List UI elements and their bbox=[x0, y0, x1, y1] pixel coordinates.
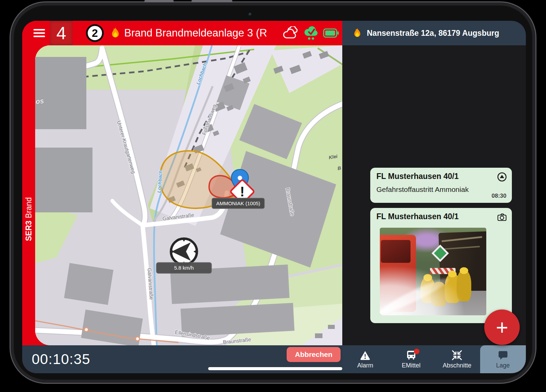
tablet-device-frame: 4 2 Brand Brandmeldeanlage 3 (R bbox=[10, 1, 536, 384]
battery-full-icon bbox=[323, 28, 339, 39]
cancel-button[interactable]: Abbrechen bbox=[287, 347, 341, 362]
badge-count: 2 bbox=[92, 27, 98, 40]
photo-van-window bbox=[381, 240, 411, 263]
message-unit: FL Musterhausen 40/1 bbox=[376, 172, 459, 181]
alarm-title: Brand Brandmeldeanlage 3 (R bbox=[124, 27, 267, 39]
menu-icon[interactable] bbox=[33, 29, 45, 37]
chat-bubble-icon bbox=[498, 350, 508, 361]
tab-alarm[interactable]: Alarm bbox=[342, 345, 388, 373]
map-section: 4 2 Brand Brandmeldeanlage 3 (R bbox=[22, 21, 342, 373]
feed-panel: Nansenstraße 12a, 86179 Augsburg FL Must… bbox=[342, 21, 526, 373]
incident-address: Nansenstraße 12a, 86179 Augsburg bbox=[367, 29, 499, 38]
weather-cloud-icon[interactable] bbox=[282, 26, 299, 40]
wind-speed-label: 5.8 km/h bbox=[174, 265, 194, 271]
message-unit: FL Musterhausen 40/1 bbox=[376, 212, 459, 221]
placard-green-diamond bbox=[434, 247, 446, 259]
collapse-arrows-icon bbox=[451, 350, 462, 361]
volume-button-2 bbox=[191, 0, 232, 2]
camera-icon[interactable] bbox=[497, 212, 507, 222]
map-svg: Unterer-Krautgartenweg Forsthausweg Galv… bbox=[35, 45, 342, 345]
tab-abschnitte[interactable]: Abschnitte bbox=[434, 345, 480, 373]
alarm-kind: Brand bbox=[24, 197, 33, 218]
plus-icon: + bbox=[496, 317, 508, 338]
cloud-sync-ok-icon[interactable] bbox=[304, 26, 318, 41]
front-camera bbox=[248, 13, 252, 16]
unit-code: SER3 bbox=[24, 221, 33, 241]
message-text: Gefahrstoffaustritt Ammoniak bbox=[376, 185, 469, 194]
alarm-count: 4 bbox=[56, 23, 66, 43]
hazard-label-box: AMMONIAK (1005) bbox=[212, 198, 264, 209]
add-entry-fab[interactable]: + bbox=[484, 310, 520, 345]
screenshot-stage: 4 2 Brand Brandmeldeanlage 3 (R bbox=[0, 0, 546, 392]
photo-message-card[interactable]: FL Musterhausen 40/1 bbox=[370, 208, 512, 323]
svg-text:!: ! bbox=[240, 184, 244, 199]
alarm-type-strip: SER3Brand bbox=[22, 45, 35, 345]
map-canvas[interactable]: Unterer-Krautgartenweg Forsthausweg Galv… bbox=[35, 45, 342, 345]
tab-lage[interactable]: Lage bbox=[480, 345, 526, 373]
photo-helmet bbox=[460, 267, 468, 274]
tab-label: EMittel bbox=[402, 362, 420, 369]
tab-label: Lage bbox=[496, 362, 510, 369]
volume-button-1 bbox=[144, 0, 174, 2]
home-indicator[interactable] bbox=[208, 367, 342, 370]
address-bar: Nansenstraße 12a, 86179 Augsburg bbox=[342, 21, 526, 45]
message-card[interactable]: FL Musterhausen 40/1 Gefahrstoffaustritt… bbox=[370, 168, 512, 203]
wind-speed-box: 5.8 km/h bbox=[156, 262, 212, 273]
tab-bar: Alarm EMittel bbox=[342, 345, 526, 373]
warning-triangle-icon bbox=[359, 350, 371, 361]
incident-photo[interactable] bbox=[380, 228, 486, 315]
arrow-up-circle-icon[interactable] bbox=[497, 172, 507, 182]
tab-label: Alarm bbox=[357, 362, 373, 369]
alarm-type-label: SER3Brand bbox=[24, 197, 33, 241]
wind-direction-widget bbox=[171, 238, 197, 265]
alarm-topbar: 4 2 Brand Brandmeldeanlage 3 (R bbox=[22, 21, 342, 45]
partial-label-os: os bbox=[35, 97, 44, 105]
app-screen: 4 2 Brand Brandmeldeanlage 3 (R bbox=[22, 21, 526, 373]
flame-icon bbox=[110, 27, 121, 39]
message-time: 08:30 bbox=[492, 193, 506, 199]
flame-icon bbox=[353, 28, 362, 39]
tab-label: Abschnitte bbox=[443, 362, 471, 369]
badge-counter[interactable]: 2 bbox=[86, 24, 104, 42]
elapsed-timer: 00:10:35 bbox=[32, 351, 90, 367]
tab-emittel[interactable]: EMittel bbox=[388, 345, 434, 373]
hazard-label: AMMONIAK (1005) bbox=[216, 200, 260, 206]
notification-badge bbox=[414, 349, 419, 354]
alarm-count-box[interactable]: 4 bbox=[50, 21, 73, 45]
